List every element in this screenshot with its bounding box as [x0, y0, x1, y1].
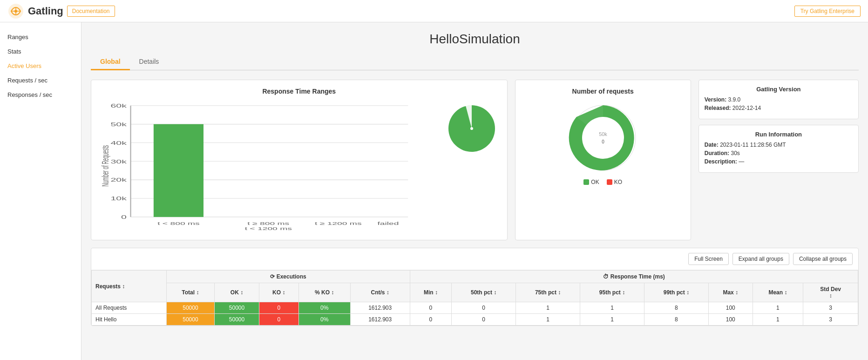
documentation-button[interactable]: Documentation: [67, 6, 115, 17]
svg-text:t < 1200 ms: t < 1200 ms: [245, 226, 292, 231]
row-pct75: 1: [516, 314, 580, 326]
run-information-card: Run Information Date: 2023-01-11 11:28:5…: [698, 125, 859, 173]
max-subheader: Max ↕: [708, 283, 753, 302]
svg-text:20k: 20k: [110, 177, 127, 183]
sidebar-item-stats[interactable]: Stats: [0, 44, 81, 59]
row-min: 0: [410, 314, 452, 326]
stats-toolbar: Full Screen Expand all groups Collapse a…: [91, 248, 858, 270]
description-row: Description: —: [705, 158, 853, 165]
row-ko: 0: [259, 314, 299, 326]
row-pct50: 0: [452, 314, 516, 326]
released-value: 2022-12-14: [732, 105, 761, 111]
response-time-ranges-title: Response Time Ranges: [99, 88, 500, 95]
svg-text:failed: failed: [377, 221, 399, 226]
pct99-subheader: 99th pct ↕: [644, 283, 708, 302]
min-subheader: Min ↕: [410, 283, 452, 302]
number-of-requests-title: Number of requests: [572, 88, 634, 95]
bar-chart-svg: 60k 50k 40k 30k 20k 10k 0: [99, 101, 438, 231]
row-mean: 1: [753, 302, 803, 314]
requests-header: Requests ↕: [92, 271, 167, 302]
sidebar-item-active-users[interactable]: Active Users: [0, 59, 81, 73]
expand-all-groups-button[interactable]: Expand all groups: [732, 253, 789, 265]
row-ok: 50000: [215, 302, 259, 314]
date-row: Date: 2023-01-11 11:28:56 GMT: [705, 142, 853, 148]
ko-subheader: KO ↕: [259, 283, 299, 302]
page-title: HelloSimulation: [91, 32, 859, 47]
svg-text:50k: 50k: [599, 131, 607, 137]
logo-area: Gatling Documentation: [7, 3, 115, 20]
row-std-dev: 3: [803, 314, 858, 326]
svg-text:t < 800 ms: t < 800 ms: [157, 221, 200, 226]
released-row: Released: 2022-12-14: [705, 105, 853, 111]
tab-global[interactable]: Global: [91, 54, 130, 70]
row-pct99: 8: [644, 314, 708, 326]
collapse-all-groups-button[interactable]: Collapse all groups: [793, 253, 853, 265]
legend-ok-label: OK: [591, 179, 599, 185]
description-label: Description:: [705, 158, 737, 165]
version-value: 3.9.0: [728, 96, 740, 103]
table-row: All Requests 50000 50000 0 0% 1612.903 0…: [92, 302, 858, 314]
stats-container: Full Screen Expand all groups Collapse a…: [91, 248, 859, 326]
stats-tbody: All Requests 50000 50000 0 0% 1612.903 0…: [92, 302, 858, 326]
response-time-header: ⏱Response Time (ms): [410, 271, 858, 283]
logo-text: Gatling: [28, 5, 63, 17]
mean-subheader: Mean ↕: [753, 283, 803, 302]
sidebar-item-requests-sec[interactable]: Requests / sec: [0, 73, 81, 88]
svg-point-30: [582, 117, 624, 159]
row-max: 100: [708, 302, 753, 314]
full-screen-button[interactable]: Full Screen: [688, 253, 729, 265]
legend-ko-dot: [607, 179, 612, 185]
svg-text:t ≥ 1200 ms: t ≥ 1200 ms: [315, 221, 362, 226]
row-pct-ko: 0%: [298, 302, 350, 314]
main-content: HelloSimulation Global Details Response …: [81, 22, 868, 360]
tab-details[interactable]: Details: [130, 54, 169, 70]
svg-text:40k: 40k: [110, 140, 127, 146]
pct50-subheader: 50th pct ↕: [452, 283, 516, 302]
pct-ko-subheader: % KO ↕: [298, 283, 350, 302]
sidebar-item-ranges[interactable]: Ranges: [0, 30, 81, 44]
svg-text:Number of Requests: Number of Requests: [101, 145, 110, 186]
legend-ko-label: KO: [614, 179, 622, 185]
svg-point-1: [14, 10, 17, 13]
response-time-ranges-card: Response Time Ranges 60k 50k 40k 30k 20k…: [91, 80, 508, 240]
row-pct99: 8: [644, 302, 708, 314]
date-value: 2023-01-11 11:28:56 GMT: [720, 142, 786, 148]
duration-label: Duration:: [705, 150, 729, 156]
tabs: Global Details: [91, 54, 859, 70]
duration-value: 30s: [731, 150, 739, 156]
row-name: Hit Hello: [92, 314, 167, 326]
enterprise-button[interactable]: Try Gatling Enterprise: [794, 6, 861, 17]
executions-header: ⟳Executions: [166, 271, 410, 283]
version-row: Version: 3.9.0: [705, 96, 853, 103]
svg-text:10k: 10k: [110, 196, 127, 202]
table-row: Hit Hello 50000 50000 0 0% 1612.903 0 0 …: [92, 314, 858, 326]
duration-row: Duration: 30s: [705, 150, 853, 156]
donut-legend: OK KO: [583, 179, 622, 185]
gatling-version-title: Gatling Version: [705, 86, 853, 93]
svg-text:50k: 50k: [110, 122, 127, 127]
date-label: Date:: [705, 142, 719, 148]
total-subheader: Total ↕: [166, 283, 214, 302]
row-cnt-per-s: 1612.903: [350, 314, 410, 326]
legend-ok: OK: [583, 179, 599, 185]
row-total: 50000: [166, 302, 214, 314]
svg-text:0: 0: [121, 215, 127, 220]
version-label: Version:: [705, 96, 726, 103]
gatling-logo-icon: [7, 3, 24, 20]
sidebar: Ranges Stats Active Users Requests / sec…: [0, 22, 81, 360]
bar-chart: 60k 50k 40k 30k 20k 10k 0: [99, 101, 438, 232]
legend-ko: KO: [607, 179, 622, 185]
pie-chart-svg: [444, 101, 500, 156]
sidebar-item-responses-sec[interactable]: Responses / sec: [0, 88, 81, 102]
row-name: All Requests: [92, 302, 167, 314]
gatling-version-card: Gatling Version Version: 3.9.0 Released:…: [698, 80, 859, 119]
svg-text:30k: 30k: [110, 159, 127, 164]
info-cards: Gatling Version Version: 3.9.0 Released:…: [698, 80, 859, 240]
row-min: 0: [410, 302, 452, 314]
donut-chart-svg: 50k 0: [566, 101, 640, 175]
cnt-per-s-subheader: Cnt/s ↕: [350, 283, 410, 302]
row-total: 50000: [166, 314, 214, 326]
pct95-subheader: 95th pct ↕: [580, 283, 644, 302]
pie-chart-container: [444, 101, 500, 156]
row-pct75: 1: [516, 302, 580, 314]
